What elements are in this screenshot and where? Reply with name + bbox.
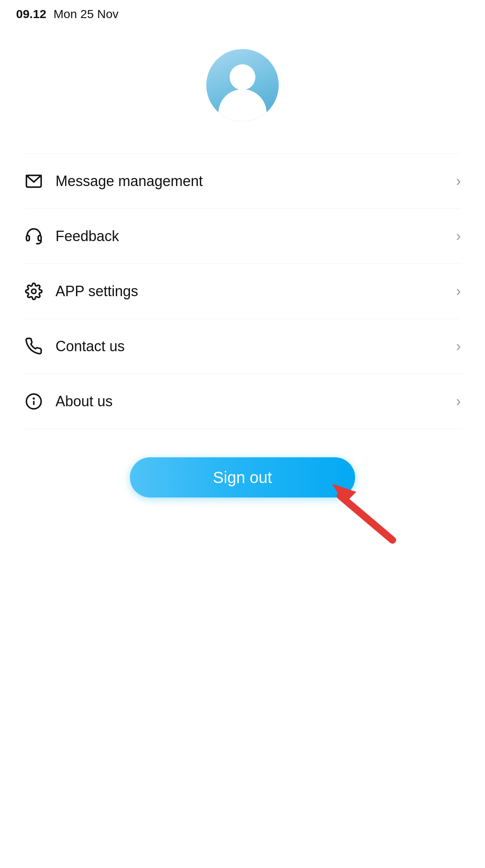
status-bar: 09.12 Mon 25 Nov [0,0,485,25]
avatar-person [218,64,267,121]
message-management-label: Message management [55,173,203,190]
menu-item-about-us[interactable]: About us › [24,374,461,429]
gear-icon [24,282,43,301]
avatar-section [0,25,485,154]
sign-out-section: Sign out [0,429,485,514]
chevron-right-icon: › [456,228,461,245]
contact-us-label: Contact us [55,338,125,355]
headset-icon [24,227,43,246]
svg-line-7 [340,496,393,540]
status-date: Mon 25 Nov [53,7,119,21]
feedback-label: Feedback [55,228,119,245]
info-icon [24,392,43,411]
sign-out-button[interactable]: Sign out [130,457,355,497]
menu-item-message-management[interactable]: Message management › [24,154,461,209]
menu-item-contact-us[interactable]: Contact us › [24,319,461,374]
about-us-label: About us [55,393,113,410]
chevron-right-icon: › [456,283,461,300]
menu-list: Message management › Feedback › [0,154,485,429]
app-settings-label: APP settings [55,283,138,300]
sign-out-label: Sign out [213,469,272,487]
menu-item-app-settings[interactable]: APP settings › [24,264,461,319]
chevron-right-icon: › [456,173,461,190]
envelope-icon [24,172,43,191]
arrow-indicator [324,472,405,554]
status-time: 09.12 [16,7,46,21]
svg-marker-8 [332,484,356,504]
phone-icon [24,337,43,356]
svg-rect-2 [38,235,41,241]
avatar-body [218,89,267,121]
avatar [206,49,279,121]
avatar-head [230,64,255,90]
menu-item-feedback[interactable]: Feedback › [24,209,461,264]
chevron-right-icon: › [456,338,461,355]
svg-rect-1 [27,235,29,241]
chevron-right-icon: › [456,393,461,410]
svg-point-3 [32,289,36,294]
